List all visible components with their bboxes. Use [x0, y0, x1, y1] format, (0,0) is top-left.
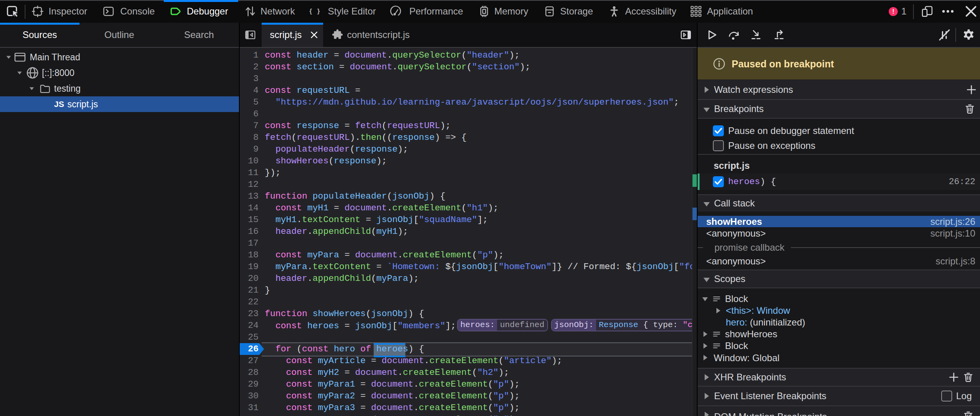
svg-text:}: } [317, 7, 320, 14]
svg-text:{: { [309, 7, 312, 14]
